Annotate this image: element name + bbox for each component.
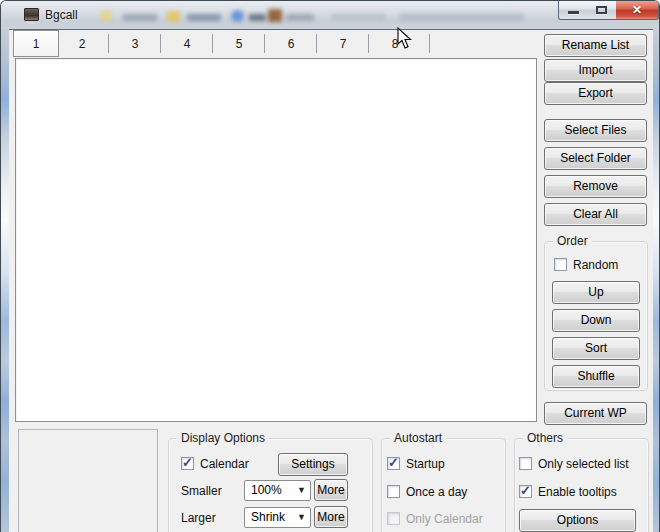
current-wp-button[interactable]: Current WP (544, 402, 647, 425)
tab-2[interactable]: 2 (56, 31, 108, 57)
enable-tooltips-checkbox[interactable]: ✓ (519, 485, 532, 498)
remove-button[interactable]: Remove (544, 175, 647, 198)
smaller-combobox[interactable]: 100% ▼ (244, 480, 311, 501)
minimize-icon (568, 11, 579, 14)
tab-3[interactable]: 3 (109, 31, 161, 57)
tab-separator (108, 34, 109, 53)
tab-4[interactable]: 4 (161, 31, 213, 57)
random-checkbox-label: Random (573, 258, 618, 272)
titlebar[interactable]: Bgcall ✕ (1, 1, 660, 29)
larger-label: Larger (181, 511, 216, 525)
others-group-label: Others (523, 431, 567, 445)
app-icon (24, 8, 39, 21)
down-button[interactable]: Down (552, 309, 640, 332)
wallpaper-listbox[interactable] (15, 58, 537, 422)
enable-tooltips-checkbox-label: Enable tooltips (538, 485, 617, 499)
options-button[interactable]: Options (519, 509, 636, 532)
smaller-label: Smaller (181, 484, 222, 498)
checkmark-icon: ✓ (182, 455, 193, 470)
tab-separator (316, 34, 317, 53)
close-button[interactable]: ✕ (616, 1, 659, 20)
once-a-day-checkbox-label: Once a day (406, 485, 467, 499)
only-calendar-checkbox (387, 512, 400, 525)
preview-panel (18, 429, 158, 532)
export-button[interactable]: Export (544, 82, 647, 105)
up-button[interactable]: Up (552, 281, 640, 304)
tab-5[interactable]: 5 (213, 31, 265, 57)
titlebar-ghost-text (286, 14, 314, 21)
window-title: Bgcall (45, 8, 78, 22)
display-options-group-label: Display Options (177, 431, 269, 445)
checkmark-icon: ✓ (388, 455, 399, 470)
larger-more-button[interactable]: More (314, 506, 348, 528)
smaller-combobox-value: 100% (251, 483, 282, 497)
clear-all-button[interactable]: Clear All (544, 203, 647, 226)
minimize-button[interactable] (558, 1, 588, 20)
tab-separator (212, 34, 213, 53)
startup-checkbox[interactable]: ✓ (387, 457, 400, 470)
only-calendar-checkbox-label: Only Calendar (406, 512, 483, 526)
tab-7[interactable]: 7 (317, 31, 369, 57)
autostart-group-label: Autostart (390, 431, 446, 445)
tab-separator (160, 34, 161, 53)
shuffle-button[interactable]: Shuffle (552, 365, 640, 388)
titlebar-ghost-folder-icon (167, 11, 180, 22)
startup-checkbox-label: Startup (406, 457, 445, 471)
tab-6[interactable]: 6 (265, 31, 317, 57)
titlebar-ghost-globe-icon (231, 10, 244, 22)
tab-separator (264, 34, 265, 53)
window-frame-left (1, 29, 9, 532)
sort-button[interactable]: Sort (552, 337, 640, 360)
titlebar-ghost-text (249, 14, 266, 21)
tab-separator (429, 34, 430, 53)
only-selected-list-checkbox-label: Only selected list (538, 457, 629, 471)
tab-separator (368, 34, 369, 53)
titlebar-ghost-icon (101, 11, 111, 21)
select-files-button[interactable]: Select Files (544, 119, 647, 142)
checkmark-icon: ✓ (520, 483, 531, 498)
close-icon: ✕ (616, 3, 658, 17)
only-selected-list-checkbox[interactable] (519, 457, 532, 470)
calendar-checkbox[interactable]: ✓ (181, 457, 194, 470)
maximize-button[interactable] (587, 1, 617, 20)
smaller-more-button[interactable]: More (314, 479, 348, 501)
chevron-down-icon: ▼ (297, 508, 306, 527)
titlebar-ghost-text (331, 14, 386, 20)
larger-combobox[interactable]: Shrink ▼ (244, 507, 311, 528)
titlebar-ghost-text (123, 14, 157, 21)
once-a-day-checkbox[interactable] (387, 485, 400, 498)
order-group-label: Order (553, 234, 592, 248)
random-checkbox[interactable] (554, 258, 567, 271)
chevron-down-icon: ▼ (297, 481, 306, 500)
titlebar-ghost-box-icon (268, 9, 282, 22)
rename-list-button[interactable]: Rename List (544, 34, 647, 57)
larger-combobox-value: Shrink (251, 510, 285, 524)
app-window: Bgcall ✕ 1 2 3 4 5 6 7 8 Rename List Imp… (0, 0, 660, 532)
window-frame-right (653, 29, 660, 532)
tab-8[interactable]: 8 (369, 31, 421, 57)
tab-1[interactable]: 1 (13, 30, 59, 57)
mouse-cursor (397, 27, 413, 50)
titlebar-ghost-text (399, 13, 524, 21)
maximize-icon (596, 6, 607, 14)
select-folder-button[interactable]: Select Folder (544, 147, 647, 170)
import-button[interactable]: Import (544, 59, 647, 82)
calendar-checkbox-label: Calendar (200, 457, 249, 471)
settings-button[interactable]: Settings (278, 453, 348, 476)
titlebar-ghost-text (187, 14, 221, 21)
